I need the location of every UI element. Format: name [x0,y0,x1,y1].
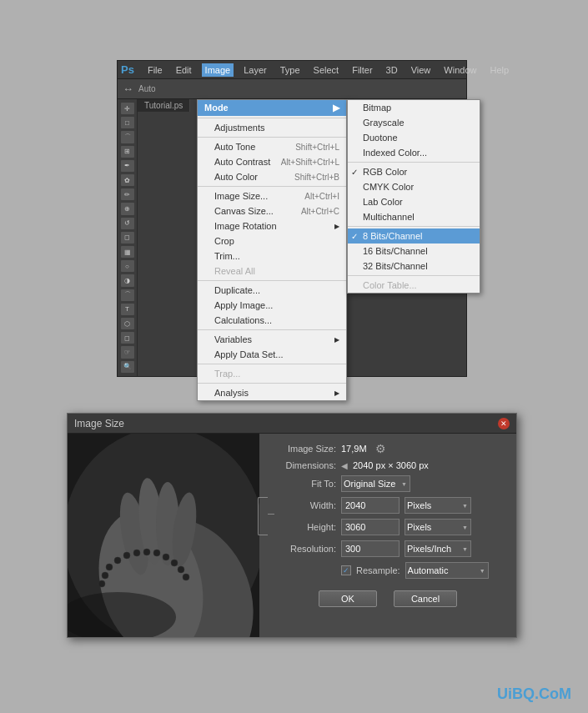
mode-duotone[interactable]: Duotone [348,130,480,145]
resolution-input[interactable] [341,540,400,557]
dialog-preview [68,434,259,637]
lasso-tool[interactable]: ⌒ [121,131,134,143]
watermark: UiBQ.CoM [497,685,571,703]
menu-type[interactable]: Type [277,63,304,77]
menu-auto-tone[interactable]: Auto Tone Shift+Ctrl+L [198,139,346,154]
menu-adjustments[interactable]: Adjustments [198,120,346,135]
menu-apply-image[interactable]: Apply Image... [198,298,346,313]
menubar: Ps File Edit Image Layer Type Select Fil… [118,61,466,79]
menu-reveal-all: Reveal All [198,264,346,279]
link-bracket-icon [258,497,268,535]
toolbar: ↔ Auto [118,79,466,99]
menu-edit[interactable]: Edit [173,63,195,77]
menu-duplicate[interactable]: Duplicate... [198,283,346,298]
brush-tool[interactable]: ✏ [121,188,134,200]
svg-point-10 [123,552,130,559]
mode-bitmap[interactable]: Bitmap [348,100,480,115]
resolution-unit-select[interactable]: Pixels/Inch [405,540,471,557]
dimensions-row: Dimensions: ◀ 2040 px × 3060 px [269,460,506,470]
mode-16bits[interactable]: 16 Bits/Channel [348,244,480,259]
image-size-label: Image Size: [269,444,336,454]
menu-file[interactable]: File [144,63,166,77]
width-unit-select[interactable]: Pixels [405,497,471,514]
width-row: Width: Pixels [269,497,506,514]
mode-lab-color[interactable]: Lab Color [348,194,480,209]
path-tool[interactable]: ⬡ [121,318,134,329]
ok-button[interactable]: OK [319,590,377,607]
width-input[interactable] [341,497,400,514]
dodge-tool[interactable]: ◑ [121,274,134,286]
menu-trim[interactable]: Trim... [198,249,346,264]
menu-image-header: Mode ▶ [198,100,346,116]
menu-trap: Trap... [198,366,346,381]
shape-tool[interactable]: ◻ [121,332,134,344]
resample-checkbox[interactable]: ✓ [341,565,351,575]
mode-grayscale[interactable]: Grayscale [348,115,480,130]
svg-point-9 [114,557,121,564]
menu-image-dropdown: Mode ▶ Adjustments Auto Tone Shift+Ctrl+… [197,99,347,401]
height-input[interactable] [341,519,400,535]
menu-canvas-size[interactable]: Canvas Size... Alt+Ctrl+C [198,203,346,218]
hand-tool[interactable]: ☞ [121,346,134,358]
resample-select[interactable]: Automatic [405,562,489,579]
height-unit-select[interactable]: Pixels [405,519,471,535]
menu-image-rotation[interactable]: Image Rotation [198,218,346,233]
menu-auto-color[interactable]: Auto Color Shift+Ctrl+B [198,169,346,184]
svg-point-13 [153,550,160,556]
mode-cmyk-color[interactable]: CMYK Color [348,179,480,194]
blur-tool[interactable]: ○ [121,260,134,272]
pen-tool[interactable]: ⌒ [121,289,134,301]
dialog-close-button[interactable]: ✕ [498,418,510,429]
menu-auto-contrast[interactable]: Auto Contrast Alt+Shift+Ctrl+L [198,154,346,169]
menu-mode-submenu: Bitmap Grayscale Duotone Indexed Color..… [347,99,480,294]
menu-view[interactable]: View [408,63,435,77]
menu-window[interactable]: Window [440,63,480,77]
mode-multichannel[interactable]: Multichannel [348,209,480,224]
mode-rgb-color[interactable]: RGB Color [348,164,480,179]
dimensions-label: Dimensions: [269,460,336,470]
svg-point-18 [102,572,108,579]
photoshop-window: Ps File Edit Image Layer Type Select Fil… [117,60,467,377]
svg-point-11 [133,550,140,556]
eyedropper-tool[interactable]: ✒ [121,160,134,172]
menu-apply-data-set[interactable]: Apply Data Set... [198,347,346,362]
clone-tool[interactable]: ⊕ [121,203,134,214]
dialog-title: Image Size [74,418,124,429]
cancel-button[interactable]: Cancel [394,590,457,607]
zoom-tool[interactable]: 🔍 [121,361,134,373]
menu-filter[interactable]: Filter [349,63,375,77]
dialog-body: Image Size: 17,9M ⚙ Dimensions: ◀ 2040 p… [68,434,516,637]
menu-image[interactable]: Image [202,63,234,77]
menu-calculations[interactable]: Calculations... [198,313,346,328]
svg-point-14 [163,554,169,560]
svg-point-8 [106,564,113,570]
svg-point-12 [143,549,150,555]
dimensions-value: 2040 px × 3060 px [353,460,429,470]
resolution-label: Resolution: [269,544,336,554]
mode-8bits[interactable]: 8 Bits/Channel [348,228,480,244]
menu-layer[interactable]: Layer [240,63,270,77]
menu-variables[interactable]: Variables [198,332,346,347]
fit-to-select[interactable]: Original Size [341,475,410,492]
eraser-tool[interactable]: ◻ [121,232,134,244]
resample-select-wrapper: Automatic [405,562,489,579]
menu-image-size[interactable]: Image Size... Alt+Ctrl+I [198,188,346,203]
select-tool[interactable]: □ [121,117,134,128]
fit-to-label: Fit To: [269,479,336,489]
document-tab[interactable]: Tutorial.ps [138,99,190,112]
mode-32bits[interactable]: 32 Bits/Channel [348,259,480,274]
text-tool[interactable]: T [121,304,134,315]
mode-indexed-color[interactable]: Indexed Color... [348,145,480,160]
width-unit-wrapper: Pixels [405,497,471,514]
menu-3d[interactable]: 3D [383,63,401,77]
crop-tool[interactable]: ⊞ [121,146,134,158]
settings-gear-icon[interactable]: ⚙ [375,442,386,455]
menu-analysis[interactable]: Analysis [198,385,346,400]
menu-select[interactable]: Select [310,63,343,77]
move-tool[interactable]: ✛ [121,103,134,114]
gradient-tool[interactable]: ▦ [121,246,134,258]
heal-tool[interactable]: ✿ [121,174,134,186]
menu-crop[interactable]: Crop [198,233,346,249]
menu-help[interactable]: Help [486,63,512,77]
history-tool[interactable]: ↺ [121,218,134,229]
